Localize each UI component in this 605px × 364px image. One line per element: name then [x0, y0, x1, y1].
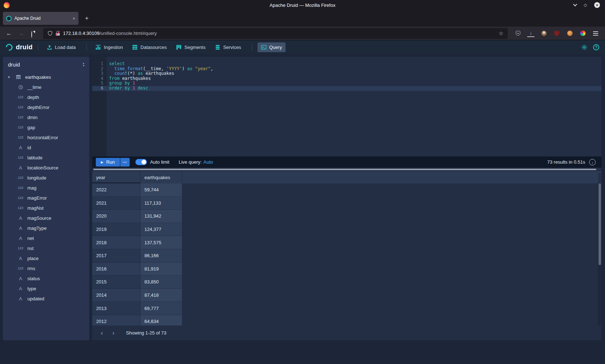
sidebar-column-magType[interactable]: AmagType — [3, 223, 89, 233]
window-minimize-icon[interactable] — [573, 2, 577, 6]
back-button[interactable]: ← — [4, 28, 14, 38]
download-results-icon[interactable]: ↓ — [589, 159, 596, 165]
sidebar-column-magError[interactable]: 123magError — [3, 193, 89, 203]
cell-year[interactable]: 2012 — [92, 315, 140, 326]
url-text[interactable]: 172.18.0.4:30109/unified-console.html#qu… — [63, 31, 496, 36]
code-line[interactable]: group by 1 — [107, 81, 601, 86]
code-line[interactable]: time_format(__time, 'YYYY') as "year", — [107, 67, 601, 72]
sidebar-column-type[interactable]: Atype — [3, 283, 89, 294]
bookmark-star-icon[interactable]: ☆ — [499, 30, 503, 37]
sidebar-datasource-earthquakes[interactable]: ▾ earthquakes — [3, 72, 89, 82]
cell-year[interactable]: 2014 — [92, 289, 140, 302]
cell-year[interactable]: 2017 — [92, 249, 140, 263]
druid-logo[interactable]: druid — [6, 44, 33, 51]
sql-editor[interactable]: 123456 select time_format(__time, 'YYYY'… — [92, 57, 601, 156]
cell-year[interactable]: 2021 — [92, 197, 140, 210]
prev-page-button[interactable]: ‹ — [97, 328, 107, 338]
account-icon[interactable] — [540, 30, 547, 37]
sidebar-column-magSource[interactable]: AmagSource — [3, 213, 89, 223]
live-query-control[interactable]: Live query: Auto — [179, 159, 213, 165]
profile-avatar-icon[interactable] — [566, 30, 573, 37]
window-maximize-icon[interactable]: ◇ — [584, 3, 587, 8]
tab-close-icon[interactable]: × — [72, 16, 75, 21]
shield-icon[interactable] — [48, 31, 53, 36]
load-data-button[interactable]: Load data — [43, 42, 80, 52]
cell-earthquakes[interactable]: 59,744 — [140, 183, 182, 197]
play-icon: ▶ — [101, 160, 103, 164]
sidebar-column-net[interactable]: Anet — [3, 233, 89, 243]
nav-query[interactable]: Query — [257, 42, 286, 52]
forward-button[interactable]: → — [16, 28, 27, 38]
sidebar-column-updated[interactable]: Aupdated — [3, 294, 89, 304]
cell-earthquakes[interactable]: 117,133 — [140, 197, 182, 210]
cell-year[interactable]: 2018 — [92, 236, 140, 249]
cell-earthquakes[interactable]: 124,377 — [140, 223, 182, 236]
column-header-year[interactable]: year — [92, 171, 140, 183]
menu-icon[interactable] — [592, 30, 599, 37]
sidebar-column-rms[interactable]: 123rms — [3, 263, 89, 273]
ublock-extension-icon[interactable] — [553, 30, 560, 37]
sidebar-column-longitude[interactable]: 123longitude — [3, 173, 89, 183]
cell-year[interactable]: 2013 — [92, 302, 140, 315]
code-line[interactable]: from earthquakes — [107, 76, 601, 81]
cell-year[interactable]: 2015 — [92, 276, 140, 289]
sidebar-column-depthError[interactable]: 123depthError — [3, 102, 89, 112]
code-line[interactable]: order by 1 desc — [107, 86, 601, 91]
cell-earthquakes[interactable]: 64,634 — [140, 315, 182, 326]
cell-year[interactable]: 2020 — [92, 210, 140, 223]
help-icon[interactable]: ? — [593, 44, 599, 50]
next-page-button[interactable]: › — [109, 328, 118, 338]
cell-year[interactable]: 2016 — [92, 263, 140, 276]
sort-columns-icon[interactable]: ▴▾ — [83, 62, 84, 67]
sidebar-column-mag[interactable]: 123mag — [3, 183, 89, 193]
run-more-button[interactable]: ••• — [120, 158, 130, 167]
insecure-lock-icon[interactable] — [56, 31, 60, 36]
pocket-icon[interactable] — [514, 30, 521, 37]
run-label: Run — [106, 159, 115, 165]
cell-year[interactable]: 2022 — [92, 183, 140, 197]
horizontal-scrollbar-thumb[interactable] — [93, 169, 596, 170]
sidebar-column-id[interactable]: Aid — [3, 142, 89, 153]
cell-earthquakes[interactable]: 87,418 — [140, 289, 182, 302]
sidebar-column-latitude[interactable]: 123latitude — [3, 153, 89, 163]
cell-earthquakes[interactable]: 69,777 — [140, 302, 182, 315]
tab-apache-druid[interactable]: Apache Druid × — [3, 12, 79, 25]
cell-year[interactable]: 2019 — [92, 223, 140, 236]
reload-button[interactable] — [28, 28, 39, 38]
live-query-value[interactable]: Auto — [203, 159, 213, 165]
sidebar-column-__time[interactable]: __time — [3, 82, 89, 92]
new-tab-button[interactable]: + — [81, 13, 92, 24]
url-bar[interactable]: 172.18.0.4:30109/unified-console.html#qu… — [43, 28, 508, 39]
gear-icon[interactable] — [581, 44, 587, 50]
downloads-icon[interactable]: ↓ — [527, 30, 534, 37]
window-close-icon[interactable]: × — [594, 2, 600, 8]
cell-earthquakes[interactable]: 83,850 — [140, 276, 182, 289]
code-line[interactable]: count(*) as earthquakes — [107, 71, 601, 76]
nav-datasources[interactable]: Datasources — [129, 42, 170, 52]
sidebar-column-locationSource[interactable]: AlocationSource — [3, 163, 89, 173]
sidebar-column-gap[interactable]: 123gap — [3, 122, 89, 132]
run-button[interactable]: ▶ Run — [96, 158, 120, 167]
sidebar-column-depth[interactable]: 123depth — [3, 92, 89, 102]
nav-ingestion[interactable]: Ingestion — [92, 42, 126, 52]
editor-code[interactable]: select time_format(__time, 'YYYY') as "y… — [107, 57, 601, 156]
sidebar-column-nst[interactable]: 123nst — [3, 243, 89, 253]
vertical-scrollbar-thumb[interactable] — [599, 183, 601, 265]
chevron-down-icon[interactable]: ▾ — [8, 75, 12, 79]
cell-earthquakes[interactable]: 131,942 — [140, 210, 182, 223]
sidebar-column-magNst[interactable]: 123magNst — [3, 203, 89, 213]
sidebar-column-dmin[interactable]: 123dmin — [3, 112, 89, 122]
code-line[interactable]: select — [107, 62, 601, 67]
extension-pinwheel-icon[interactable] — [579, 30, 586, 37]
nav-services[interactable]: Services — [211, 42, 245, 52]
auto-limit-toggle[interactable] — [135, 159, 147, 165]
cell-earthquakes[interactable]: 86,166 — [140, 249, 182, 263]
column-header-earthquakes[interactable]: earthquakes — [140, 171, 182, 183]
cell-earthquakes[interactable]: 81,919 — [140, 263, 182, 276]
sidebar-column-status[interactable]: Astatus — [3, 273, 89, 283]
sidebar-column-horizontalError[interactable]: 123horizontalError — [3, 132, 89, 142]
cell-earthquakes[interactable]: 137,575 — [140, 236, 182, 249]
horizontal-scrollbar[interactable] — [92, 168, 601, 171]
nav-segments[interactable]: Segments — [172, 42, 209, 52]
sidebar-column-place[interactable]: Aplace — [3, 253, 89, 263]
